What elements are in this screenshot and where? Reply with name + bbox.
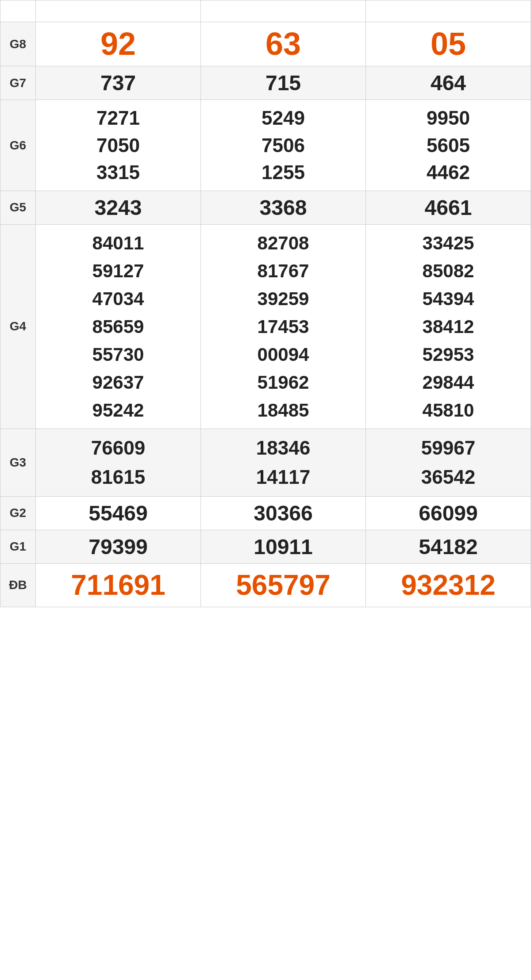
table-row: G484011591274703485659557309263795242827… [0, 224, 531, 429]
prize-label: G4 [0, 224, 36, 429]
prize-number: 45810 [368, 396, 529, 424]
prize-number: 92 [38, 27, 199, 61]
prize-number: 3368 [203, 195, 364, 220]
prize-number: 1255 [203, 159, 364, 186]
prize-number: 00094 [203, 341, 364, 368]
table-row: G7737715464 [0, 66, 531, 100]
prize-number: 17453 [203, 313, 364, 341]
prize-number: 18346 [203, 433, 364, 463]
prize-number: 14117 [203, 463, 364, 492]
header-dong-nai [36, 0, 201, 22]
prize-number: 39259 [203, 285, 364, 313]
prize-number: 81615 [38, 463, 199, 492]
prize-value: 3368 [201, 191, 366, 224]
prize-number: 54182 [368, 535, 529, 559]
prize-value: 05 [366, 22, 531, 66]
prize-number: 3315 [38, 159, 199, 186]
table-row: G6727170503315524975061255995056054462 [0, 100, 531, 191]
prize-value: 565797 [201, 563, 366, 607]
prize-number: 52953 [368, 341, 529, 368]
header-label-col [0, 0, 36, 22]
prize-value: 932312 [366, 563, 531, 607]
prize-value: 737 [36, 66, 201, 100]
table-row: G8926305 [0, 22, 531, 66]
table-row: ĐB711691565797932312 [0, 563, 531, 607]
prize-number: 715 [203, 71, 364, 95]
prize-number: 932312 [368, 568, 529, 602]
table-row: G2554693036666099 [0, 496, 531, 530]
prize-number: 95242 [38, 396, 199, 424]
prize-number: 05 [368, 27, 529, 61]
table-row: G1793991091154182 [0, 530, 531, 563]
prize-number: 85659 [38, 313, 199, 341]
prize-value: 727170503315 [36, 100, 201, 191]
prize-number: 55730 [38, 341, 199, 368]
prize-number: 5605 [368, 132, 529, 159]
prize-number: 36542 [368, 463, 529, 492]
prize-label: G8 [0, 22, 36, 66]
prize-number: 79399 [38, 535, 199, 559]
prize-number: 38412 [368, 313, 529, 341]
prize-number: 54394 [368, 285, 529, 313]
prize-value: 63 [201, 22, 366, 66]
prize-value: 715 [201, 66, 366, 100]
prize-number: 4462 [368, 159, 529, 186]
header-soc-trang [366, 0, 531, 22]
prize-value: 464 [366, 66, 531, 100]
prize-label: ĐB [0, 563, 36, 607]
prize-value: 33425850825439438412529532984445810 [366, 224, 531, 429]
prize-value: 7660981615 [36, 429, 201, 496]
prize-number: 92637 [38, 368, 199, 396]
prize-value: 92 [36, 22, 201, 66]
prize-number: 464 [368, 71, 529, 95]
prize-number: 51962 [203, 368, 364, 396]
prize-value: 84011591274703485659557309263795242 [36, 224, 201, 429]
prize-value: 1834614117 [201, 429, 366, 496]
prize-number: 711691 [38, 568, 199, 602]
prize-value: 54182 [366, 530, 531, 563]
prize-value: 30366 [201, 496, 366, 530]
prize-value: 10911 [201, 530, 366, 563]
prize-value: 4661 [366, 191, 531, 224]
prize-number: 29844 [368, 368, 529, 396]
prize-number: 7506 [203, 132, 364, 159]
prize-number: 565797 [203, 568, 364, 602]
table-row: G3766098161518346141175996736542 [0, 429, 531, 496]
prize-label: G6 [0, 100, 36, 191]
prize-number: 81767 [203, 257, 364, 285]
prize-label: G7 [0, 66, 36, 100]
prize-number: 5249 [203, 104, 364, 132]
prize-number: 63 [203, 27, 364, 61]
prize-number: 76609 [38, 433, 199, 463]
prize-label: G1 [0, 530, 36, 563]
prize-label: G5 [0, 191, 36, 224]
prize-label: G2 [0, 496, 36, 530]
prize-number: 66099 [368, 501, 529, 525]
prize-value: 66099 [366, 496, 531, 530]
prize-number: 85082 [368, 257, 529, 285]
prize-value: 995056054462 [366, 100, 531, 191]
prize-number: 3243 [38, 195, 199, 220]
prize-number: 84011 [38, 229, 199, 257]
prize-number: 30366 [203, 501, 364, 525]
prize-value: 79399 [36, 530, 201, 563]
prize-number: 82708 [203, 229, 364, 257]
prize-number: 4661 [368, 195, 529, 220]
prize-number: 7050 [38, 132, 199, 159]
prize-label: G3 [0, 429, 36, 496]
header-can-tho [201, 0, 366, 22]
prize-number: 18485 [203, 396, 364, 424]
prize-number: 59967 [368, 433, 529, 463]
prize-number: 55469 [38, 501, 199, 525]
prize-value: 82708817673925917453000945196218485 [201, 224, 366, 429]
prize-value: 711691 [36, 563, 201, 607]
prize-number: 7271 [38, 104, 199, 132]
prize-number: 10911 [203, 535, 364, 559]
prize-value: 55469 [36, 496, 201, 530]
prize-value: 5996736542 [366, 429, 531, 496]
prize-number: 47034 [38, 285, 199, 313]
prize-value: 3243 [36, 191, 201, 224]
lottery-results-table: G8926305G7737715464G67271705033155249750… [0, 0, 531, 607]
prize-number: 59127 [38, 257, 199, 285]
prize-value: 524975061255 [201, 100, 366, 191]
